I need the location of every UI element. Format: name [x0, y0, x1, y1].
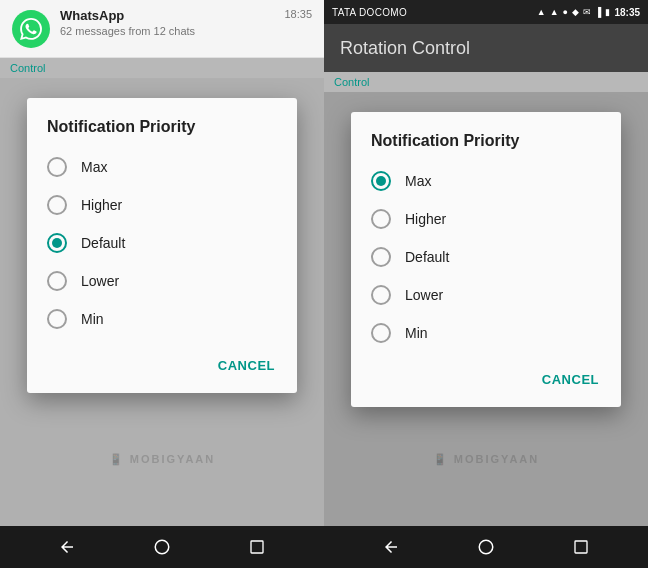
dialog-actions-right: CANCEL	[351, 360, 621, 407]
app-bar: Rotation Control	[324, 24, 648, 72]
radio-higher-left[interactable]	[47, 195, 67, 215]
dialog-overlay-right: Notification Priority Max Higher Default…	[324, 92, 648, 526]
radio-label-lower-right: Lower	[405, 287, 443, 303]
radio-label-min-left: Min	[81, 311, 104, 327]
signal-icon: ▲	[537, 7, 546, 17]
dialog-actions-left: CANCEL	[27, 346, 297, 393]
email-icon: ✉	[583, 7, 591, 17]
carrier-label: TATA DOCOMO	[332, 7, 407, 18]
home-button-left[interactable]	[150, 535, 174, 559]
dialog-title-left: Notification Priority	[27, 98, 297, 148]
notification-title: WhatsApp	[60, 8, 274, 23]
radio-item-max-left[interactable]: Max	[47, 148, 277, 186]
radio-lower-left[interactable]	[47, 271, 67, 291]
radio-label-higher-right: Higher	[405, 211, 446, 227]
radio-item-lower-right[interactable]: Lower	[371, 276, 601, 314]
recent-button-left[interactable]	[245, 535, 269, 559]
radio-label-default-right: Default	[405, 249, 449, 265]
bottom-nav-right	[324, 526, 648, 568]
radio-list-left: Max Higher Default Lower Min	[27, 148, 297, 346]
notification-subtitle: 62 messages from 12 chats	[60, 25, 274, 37]
notification-text: WhatsApp 62 messages from 12 chats	[60, 8, 274, 37]
radio-lower-right[interactable]	[371, 285, 391, 305]
dialog-right: Notification Priority Max Higher Default…	[351, 112, 621, 407]
battery-icon: ▮	[605, 7, 610, 17]
notification-time: 18:35	[284, 8, 312, 20]
dialog-overlay-left: Notification Priority Max Higher Default…	[0, 78, 324, 526]
back-button-right[interactable]	[379, 535, 403, 559]
svg-point-2	[479, 540, 493, 554]
radio-label-max-right: Max	[405, 173, 431, 189]
signal-bars-icon: ▐	[595, 7, 601, 17]
radio-min-left[interactable]	[47, 309, 67, 329]
dialog-left: Notification Priority Max Higher Default…	[27, 98, 297, 393]
radio-list-right: Max Higher Default Lower Min	[351, 162, 621, 360]
notification-bar: WhatsApp 62 messages from 12 chats 18:35	[0, 0, 324, 58]
radio-label-lower-left: Lower	[81, 273, 119, 289]
radio-label-max-left: Max	[81, 159, 107, 175]
status-bar: TATA DOCOMO ▲ ▲ ● ◆ ✉ ▐ ▮ 18:35	[324, 0, 648, 24]
radio-item-higher-right[interactable]: Higher	[371, 200, 601, 238]
radio-label-default-left: Default	[81, 235, 125, 251]
dialog-title-right: Notification Priority	[351, 112, 621, 162]
radio-max-right[interactable]	[371, 171, 391, 191]
watermark-right: 📱 MOBIGYAAN	[433, 453, 540, 466]
whatsapp-icon	[12, 10, 50, 48]
control-label-left: Control	[0, 58, 324, 78]
wifi-icon: ▲	[550, 7, 559, 17]
control-label-right: Control	[324, 72, 648, 92]
radio-default-right[interactable]	[371, 247, 391, 267]
radio-item-higher-left[interactable]: Higher	[47, 186, 277, 224]
whatsapp-status-icon: ●	[563, 7, 568, 17]
radio-default-left[interactable]	[47, 233, 67, 253]
back-button-left[interactable]	[55, 535, 79, 559]
watermark-left: 📱 MOBIGYAAN	[109, 453, 216, 466]
radio-label-higher-left: Higher	[81, 197, 122, 213]
svg-point-0	[155, 540, 169, 554]
radio-higher-right[interactable]	[371, 209, 391, 229]
recent-button-right[interactable]	[569, 535, 593, 559]
radio-item-default-right[interactable]: Default	[371, 238, 601, 276]
bottom-nav-left	[0, 526, 324, 568]
svg-rect-1	[251, 541, 263, 553]
radio-min-right[interactable]	[371, 323, 391, 343]
status-time: 18:35	[614, 7, 640, 18]
svg-rect-3	[575, 541, 587, 553]
home-button-right[interactable]	[474, 535, 498, 559]
cancel-button-left[interactable]: CANCEL	[208, 350, 285, 381]
radio-item-max-right[interactable]: Max	[371, 162, 601, 200]
radio-max-left[interactable]	[47, 157, 67, 177]
status-icons: ▲ ▲ ● ◆ ✉ ▐ ▮ 18:35	[537, 7, 640, 18]
cancel-button-right[interactable]: CANCEL	[532, 364, 609, 395]
app-bar-title: Rotation Control	[340, 38, 470, 59]
radio-item-min-left[interactable]: Min	[47, 300, 277, 338]
radio-item-default-left[interactable]: Default	[47, 224, 277, 262]
radio-item-lower-left[interactable]: Lower	[47, 262, 277, 300]
radio-item-min-right[interactable]: Min	[371, 314, 601, 352]
twitter-icon: ◆	[572, 7, 579, 17]
left-panel: WhatsApp 62 messages from 12 chats 18:35…	[0, 0, 324, 568]
right-panel: TATA DOCOMO ▲ ▲ ● ◆ ✉ ▐ ▮ 18:35 Rotation…	[324, 0, 648, 568]
radio-label-min-right: Min	[405, 325, 428, 341]
